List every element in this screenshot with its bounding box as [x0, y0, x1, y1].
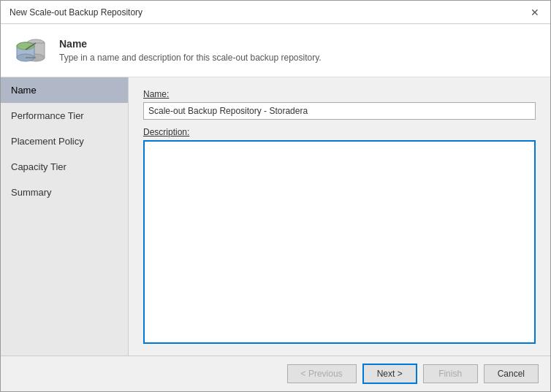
main-content: Name Performance Tier Placement Policy C…	[1, 77, 550, 356]
sidebar: Name Performance Tier Placement Policy C…	[1, 77, 129, 356]
close-button[interactable]: ✕	[528, 6, 542, 19]
sidebar-item-name[interactable]: Name	[1, 77, 128, 103]
sidebar-item-summary[interactable]: Summary	[1, 180, 128, 205]
header-icon	[12, 33, 48, 68]
previous-button[interactable]: < Previous	[287, 364, 357, 383]
header-description: Type in a name and description for this …	[59, 53, 322, 63]
name-input[interactable]	[143, 102, 536, 120]
sidebar-item-performance-tier[interactable]: Performance Tier	[1, 103, 128, 128]
description-input[interactable]	[143, 140, 536, 344]
content-area: Name: Description:	[129, 77, 550, 356]
sidebar-item-placement-policy[interactable]: Placement Policy	[1, 128, 128, 154]
description-label: Description:	[143, 127, 536, 137]
dialog-title: New Scale-out Backup Repository	[10, 7, 142, 18]
finish-button[interactable]: Finish	[423, 364, 478, 383]
footer: < Previous Next > Finish Cancel	[1, 356, 550, 391]
header-text: Name Type in a name and description for …	[59, 38, 322, 63]
dialog: New Scale-out Backup Repository ✕	[0, 0, 551, 392]
name-field-group: Name:	[143, 89, 536, 120]
next-button[interactable]: Next >	[362, 364, 417, 384]
header-area: Name Type in a name and description for …	[1, 24, 550, 77]
title-bar: New Scale-out Backup Repository ✕	[1, 1, 550, 24]
sidebar-item-capacity-tier[interactable]: Capacity Tier	[1, 154, 128, 180]
description-field-group: Description:	[143, 127, 536, 344]
name-label: Name:	[143, 89, 536, 99]
header-title: Name	[59, 38, 322, 50]
cancel-button[interactable]: Cancel	[484, 364, 539, 383]
